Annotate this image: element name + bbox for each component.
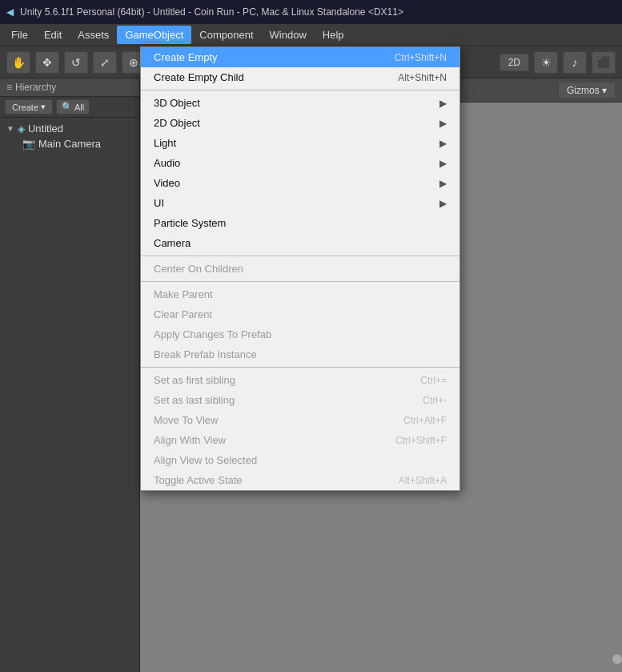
- dropdown-item-label: Toggle Active State: [154, 474, 243, 486]
- dropdown-item-align-with-view: Align With ViewCtrl+Shift+F: [141, 430, 459, 450]
- dropdown-item-label: Apply Changes To Prefab: [154, 328, 271, 340]
- dropdown-item-label: Video: [154, 177, 180, 189]
- submenu-arrow-icon: ▶: [439, 98, 447, 109]
- dropdown-item-label: Camera: [154, 237, 191, 249]
- dropdown-item-label: Make Parent: [154, 288, 213, 300]
- dropdown-item-set-as-last-sibling: Set as last siblingCtrl+-: [141, 390, 459, 410]
- dropdown-item-ui[interactable]: UI▶: [141, 193, 459, 213]
- dropdown-item-break-prefab-instance: Break Prefab Instance: [141, 344, 459, 364]
- dropdown-item-label: Break Prefab Instance: [154, 348, 257, 360]
- dropdown-item-apply-changes-to-prefab: Apply Changes To Prefab: [141, 324, 459, 344]
- dropdown-item-camera[interactable]: Camera: [141, 233, 459, 253]
- dropdown-item-shortcut: Ctrl+-: [423, 395, 447, 406]
- dropdown-item-label: Clear Parent: [154, 308, 212, 320]
- submenu-arrow-icon: ▶: [439, 178, 447, 189]
- dropdown-separator-13: [141, 281, 459, 282]
- dropdown-item-shortcut: Ctrl+=: [420, 375, 447, 386]
- dropdown-item-clear-parent: Clear Parent: [141, 304, 459, 324]
- dropdown-item-shortcut: Alt+Shift+N: [398, 72, 447, 83]
- dropdown-item-label: Particle System: [154, 217, 226, 229]
- dropdown-separator-11: [141, 256, 459, 256]
- dropdown-item-align-view-to-selected: Align View to Selected: [141, 450, 459, 470]
- dropdown-item-video[interactable]: Video▶: [141, 173, 459, 193]
- submenu-arrow-icon: ▶: [439, 138, 447, 149]
- dropdown-item-center-on-children: Center On Children: [141, 259, 459, 279]
- dropdown-item-label: Set as last sibling: [154, 394, 235, 406]
- dropdown-overlay[interactable]: Create EmptyCtrl+Shift+NCreate Empty Chi…: [0, 0, 622, 672]
- dropdown-item-light[interactable]: Light▶: [141, 133, 459, 153]
- dropdown-item-create-empty[interactable]: Create EmptyCtrl+Shift+N: [141, 47, 459, 67]
- dropdown-item-label: Create Empty: [154, 51, 217, 63]
- dropdown-separator-2: [141, 90, 459, 91]
- dropdown-item-label: Center On Children: [154, 263, 243, 275]
- gameobject-dropdown-menu: Create EmptyCtrl+Shift+NCreate Empty Chi…: [140, 46, 460, 491]
- dropdown-item-label: 2D Object: [154, 117, 200, 129]
- dropdown-item-set-as-first-sibling: Set as first siblingCtrl+=: [141, 370, 459, 390]
- dropdown-item-shortcut: Ctrl+Shift+F: [395, 435, 447, 446]
- dropdown-item-particle-system[interactable]: Particle System: [141, 213, 459, 233]
- submenu-arrow-icon: ▶: [439, 158, 447, 169]
- dropdown-item-toggle-active-state: Toggle Active StateAlt+Shift+A: [141, 470, 459, 490]
- dropdown-item-label: UI: [154, 197, 164, 209]
- dropdown-item-3d-object[interactable]: 3D Object▶: [141, 93, 459, 113]
- dropdown-item-2d-object[interactable]: 2D Object▶: [141, 113, 459, 133]
- dropdown-separator-18: [141, 367, 459, 368]
- dropdown-item-label: Create Empty Child: [154, 71, 244, 83]
- dropdown-item-label: Audio: [154, 157, 180, 169]
- submenu-arrow-icon: ▶: [439, 198, 447, 209]
- dropdown-item-shortcut: Alt+Shift+A: [399, 475, 447, 486]
- submenu-arrow-icon: ▶: [439, 118, 447, 129]
- dropdown-item-label: 3D Object: [154, 97, 200, 109]
- dropdown-item-shortcut: Ctrl+Alt+F: [403, 415, 447, 426]
- dropdown-item-audio[interactable]: Audio▶: [141, 153, 459, 173]
- dropdown-item-shortcut: Ctrl+Shift+N: [395, 52, 447, 63]
- dropdown-item-label: Light: [154, 137, 176, 149]
- dropdown-item-create-empty-child[interactable]: Create Empty ChildAlt+Shift+N: [141, 67, 459, 87]
- dropdown-item-label: Set as first sibling: [154, 374, 235, 386]
- dropdown-item-move-to-view: Move To ViewCtrl+Alt+F: [141, 410, 459, 430]
- dropdown-item-make-parent: Make Parent: [141, 284, 459, 304]
- dropdown-item-label: Align View to Selected: [154, 454, 257, 466]
- dropdown-item-label: Move To View: [154, 414, 218, 426]
- dropdown-item-label: Align With View: [154, 434, 226, 446]
- main-layout: ≡ Hierarchy Create ▾ 🔍 All ▼ ◈ Untitled …: [0, 78, 622, 672]
